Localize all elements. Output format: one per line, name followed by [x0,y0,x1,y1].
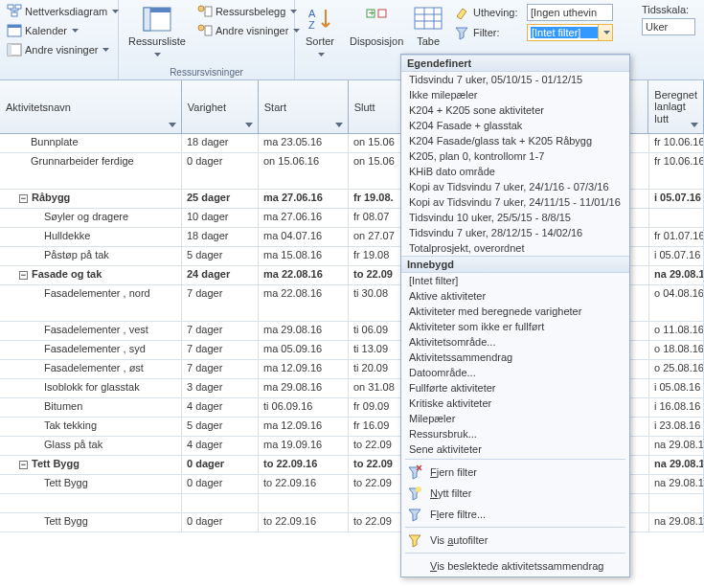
diagram-icon [7,4,22,19]
filter-menu-item[interactable]: Totalprosjekt, overordnet [401,240,629,256]
cell-start: ma 27.06.16 [259,190,349,208]
nettverksdiagram-button[interactable]: Nettverksdiagram [4,2,122,21]
tidsskala-label: Tidsskala: [642,4,689,15]
cell-slutt: ti 13.09 [349,341,406,359]
filter-menu-item[interactable]: Milepæler [401,411,629,426]
more-filters-icon [407,507,422,522]
label: Ressursliste [128,35,186,47]
filter-menu-item[interactable]: Aktiviteter som ikke er fullført [401,319,629,334]
filter-menu-item[interactable]: Fullførte aktiviteter [401,380,629,396]
filter-menu-item[interactable]: Kopi av Tidsvindu 7 uker, 24/11/15 - 11/… [401,194,629,210]
filter-menu-item[interactable]: Kopi av Tidsvindu 7 uker, 24/1/16 - 07/3… [401,179,629,194]
utheving-combo[interactable]: [Ingen uthevin [527,4,613,21]
resourcelist-icon [142,4,172,34]
filter-menu-item[interactable]: Tidsvindu 7 uker, 28/12/15 - 14/02/16 [401,225,629,240]
filter-menu-item[interactable]: Aktiviteter med beregnede varigheter [401,304,629,319]
cell-varighet: 10 dager [182,209,259,227]
filter-menu-item[interactable]: Aktivitetsområde... [401,334,629,350]
sorter-button[interactable]: AZ Sorter [299,2,341,60]
cell-start: ma 05.09.16 [259,341,349,359]
filter-dropdown-icon[interactable] [688,118,701,131]
outline-toggle[interactable]: − [19,461,28,469]
filter-menu-item[interactable]: Aktive aktiviteter [401,288,629,304]
ressursliste-button[interactable]: Ressursliste [123,2,192,60]
kalender-button[interactable]: Kalender [4,21,122,40]
chevron-down-icon [154,53,161,57]
filter-menu-item[interactable]: Tidsvindu 7 uker, 05/10/15 - 01/12/15 [401,72,629,87]
filter-dropdown-icon[interactable] [332,118,346,131]
filter-combo[interactable]: [Intet filter] [527,24,613,41]
filter-menu-item[interactable]: Sene aktiviteter [401,441,629,457]
col-beregnet[interactable]: Beregnetlanlagtlutt [648,80,704,133]
cell-slutt: on 15.06 [349,153,406,189]
cell-varighet: 3 dager [182,379,259,397]
filter-menu-item[interactable]: Datoområde... [401,365,629,380]
filter-menu-item[interactable]: K205, plan 0, kontrollomr 1-7 [401,148,629,164]
cell-aktivitetsnavn: Bunnplate [0,134,182,152]
cell-start: ma 27.06.16 [259,209,349,227]
outline-toggle[interactable]: − [19,194,28,203]
filter-menu-item[interactable]: Ressursbruk... [401,426,629,441]
cell-aktivitetsnavn: Påstøp på tak [0,247,182,265]
filter-menu-item[interactable]: KHiB dato område [401,164,629,179]
andre-visninger-button[interactable]: Andre visninger [4,40,122,59]
combo-value: [Ingen uthevin [531,7,609,18]
ressursbelegg-button[interactable]: Ressursbelegg [194,2,303,21]
menu-separator [405,459,625,460]
tidsskala-combo[interactable]: Uker [642,18,695,35]
filter-dropdown-icon[interactable] [166,118,179,131]
label: Kalender [25,25,67,36]
cell-aktivitetsnavn: Isoblokk for glasstak [0,379,182,397]
cell-varighet: 5 dager [182,418,259,436]
cell-start: to 22.09.16 [259,475,349,493]
filter-menu-item[interactable]: Aktivitetssammendrag [401,350,629,365]
combo-dropdown-button[interactable] [598,25,612,40]
fjern-filter-cmd[interactable]: Fjern filter [401,462,629,483]
filter-menu-item[interactable]: K204 + K205 sone aktiviteter [401,102,629,118]
outline-toggle[interactable]: − [19,271,28,280]
cell-slutt: to 22.09 [349,475,406,493]
cell-slutt: to 22.09 [349,437,406,455]
menu-section-egendefinert: Egendefinert [401,55,629,72]
filter-menu-item[interactable]: Tidsvindu 10 uker, 25/5/15 - 8/8/15 [401,210,629,225]
cell-slutt: fr 08.07 [349,209,406,227]
disposisjon-button[interactable]: + Disposisjon [344,2,409,49]
cell-start: ma 29.08.16 [259,322,349,340]
cell-slutt: on 27.07 [349,228,406,246]
cell-start: ma 12.09.16 [259,360,349,378]
cell-aktivitetsnavn: −Tett Bygg [0,456,182,474]
cell-beregnet: i 23.08.16 [649,418,704,436]
col-start[interactable]: Start [259,80,349,133]
cell-varighet: 7 dager [182,360,259,378]
cell-slutt: to 22.09 [349,456,406,474]
vis-beslektede-cmd[interactable]: Vis beslektede aktivitetssammendrag [401,555,629,577]
cell-varighet: 7 dager [182,341,259,359]
cell-start: ma 04.07.16 [259,228,349,246]
cell-start: ma 22.08.16 [259,285,349,321]
filter-menu-item[interactable]: K204 Fasade + glasstak [401,118,629,133]
col-varighet[interactable]: Varighet [182,80,259,133]
filter-dropdown-icon[interactable] [242,118,256,131]
flere-filtre-cmd[interactable]: Flere filtre... [401,504,629,525]
filter-menu-item[interactable]: K204 Fasade/glass tak + K205 Råbygg [401,133,629,148]
cell-aktivitetsnavn: −Fasade og tak [0,266,182,284]
cell-beregnet: na 29.08.16 [649,266,704,284]
chevron-down-icon [72,29,79,33]
col-aktivitetsnavn[interactable]: Aktivitetsnavn [0,80,182,133]
svg-text:+: + [369,7,375,18]
cell-start: to 22.09.16 [259,513,349,531]
tabeller-button[interactable]: Tabe [412,2,444,49]
filter-menu-item[interactable]: Ikke milepæler [401,87,629,102]
filter-menu-item[interactable]: Kritiske aktiviteter [401,396,629,411]
svg-rect-2 [11,12,17,16]
sort-icon: AZ [305,4,335,34]
nytt-filter-cmd[interactable]: Nytt filter [401,483,629,504]
col-slutt[interactable]: Slutt [349,80,406,133]
vis-autofilter-cmd[interactable]: Vis autofilter [401,530,629,551]
andre-visninger-res-button[interactable]: Andre visninger [194,21,303,40]
clear-filter-icon [407,464,422,480]
svg-point-10 [198,6,204,11]
filter-dropdown-menu: Egendefinert Tidsvindu 7 uker, 05/10/15 … [400,54,630,577]
filter-menu-item[interactable]: [Intet filter] [401,273,629,288]
cell-beregnet: fr 10.06.16 [649,153,704,189]
